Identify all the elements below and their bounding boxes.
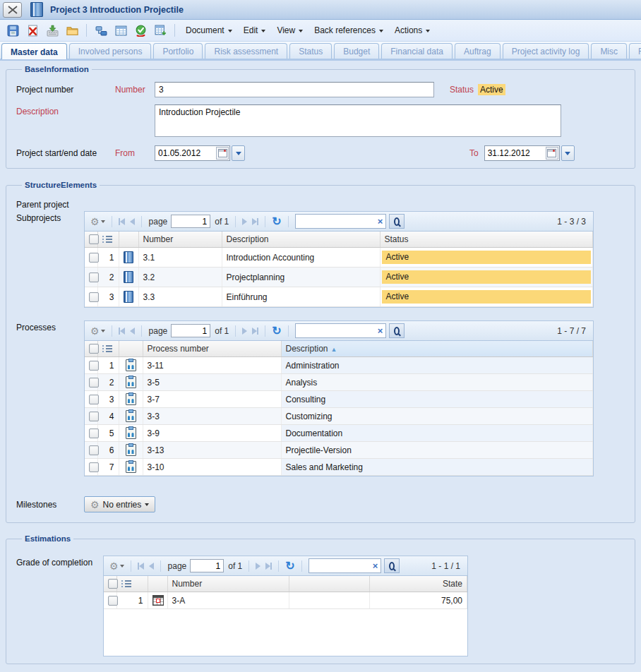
search-button[interactable]	[389, 323, 405, 338]
tab-status[interactable]: Status	[289, 43, 332, 59]
menu-view[interactable]: View	[272, 23, 308, 37]
column-header-description[interactable]: Description	[222, 232, 380, 248]
clear-search-button[interactable]: ×	[375, 216, 386, 227]
process-icon[interactable]	[126, 461, 136, 473]
next-page-button[interactable]	[241, 217, 248, 226]
last-page-button[interactable]	[264, 562, 273, 570]
row-checkbox[interactable]	[89, 378, 99, 388]
column-header-process-number[interactable]: Process number	[143, 341, 281, 357]
grid-search-input[interactable]	[296, 217, 375, 227]
page-input[interactable]	[171, 215, 210, 228]
first-page-button[interactable]	[136, 562, 145, 570]
subproject-icon[interactable]	[124, 271, 133, 283]
column-header-number[interactable]: Number	[167, 576, 289, 592]
column-header-status[interactable]: Status	[380, 232, 593, 248]
close-button[interactable]	[3, 2, 22, 18]
from-calendar-button[interactable]	[216, 147, 229, 160]
milestones-no-entries-button[interactable]: ⚙ No entries	[84, 496, 155, 512]
to-calendar-button[interactable]	[546, 147, 558, 160]
tab-involved-persons[interactable]: Involved persons	[69, 43, 152, 59]
row-checkbox[interactable]	[108, 596, 118, 606]
estimation-icon[interactable]	[152, 595, 164, 606]
refresh-button[interactable]: ↻	[270, 325, 282, 337]
select-all-header[interactable]	[85, 341, 97, 357]
page-input[interactable]	[171, 324, 210, 337]
row-checkbox[interactable]	[89, 272, 99, 282]
menu-back-references[interactable]: Back references	[309, 23, 388, 37]
open-folder-icon[interactable]	[64, 22, 80, 39]
next-page-button[interactable]	[254, 562, 262, 570]
tab-financial-data[interactable]: Financial data	[381, 43, 453, 59]
row-checkbox[interactable]	[89, 428, 99, 438]
select-all-header[interactable]	[85, 232, 97, 248]
row-checkbox[interactable]	[89, 292, 99, 302]
first-page-button[interactable]	[117, 217, 126, 226]
tab-project-activity-log[interactable]: Project activity log	[503, 43, 589, 59]
select-all-checkbox[interactable]	[108, 579, 118, 589]
page-input[interactable]	[190, 559, 224, 572]
hierarchy-icon[interactable]	[92, 22, 109, 39]
last-page-button[interactable]	[251, 217, 260, 226]
tab-budget[interactable]: Budget	[334, 43, 379, 59]
column-header-description-sorted[interactable]: Description▲	[281, 341, 593, 357]
subproject-icon[interactable]	[124, 251, 133, 263]
tab-auftrag[interactable]: Auftrag	[455, 43, 501, 59]
from-date-dropdown[interactable]	[232, 145, 245, 161]
prev-page-button[interactable]	[128, 217, 136, 226]
search-button[interactable]	[389, 214, 405, 229]
menu-actions[interactable]: Actions	[390, 23, 435, 37]
column-header-empty[interactable]	[289, 576, 369, 592]
process-icon[interactable]	[126, 444, 136, 456]
approve-icon[interactable]	[132, 22, 149, 39]
description-input[interactable]: Introduction Projectile	[155, 104, 561, 137]
menu-edit[interactable]: Edit	[239, 23, 271, 37]
select-all-header[interactable]	[104, 576, 116, 592]
last-page-button[interactable]	[251, 327, 260, 335]
to-date-dropdown[interactable]	[561, 145, 575, 161]
table-icon[interactable]	[112, 22, 129, 39]
row-checkbox[interactable]	[89, 462, 99, 472]
to-date-input[interactable]	[485, 148, 546, 158]
refresh-button[interactable]: ↻	[270, 215, 282, 228]
row-checkbox[interactable]	[89, 253, 99, 263]
tab-misc[interactable]: Misc	[591, 43, 627, 59]
from-date-input[interactable]	[155, 148, 216, 158]
clear-search-button[interactable]: ×	[375, 325, 386, 336]
tab-master-data[interactable]: Master data	[1, 43, 67, 59]
first-page-button[interactable]	[117, 327, 126, 335]
tab-risk-assessment[interactable]: Risk assessment	[205, 43, 287, 59]
process-icon[interactable]	[126, 393, 136, 405]
table-export-icon[interactable]	[152, 22, 169, 39]
search-button[interactable]	[384, 558, 400, 573]
delete-icon[interactable]	[24, 22, 41, 39]
process-icon[interactable]	[126, 410, 136, 422]
import-icon[interactable]	[44, 22, 61, 39]
select-all-checkbox[interactable]	[89, 344, 99, 354]
refresh-button[interactable]: ↻	[284, 560, 296, 572]
row-checkbox[interactable]	[89, 445, 99, 455]
grid-settings-button[interactable]: ⚙	[89, 216, 107, 227]
process-icon[interactable]	[126, 427, 136, 439]
grid-settings-button[interactable]: ⚙	[108, 560, 126, 572]
prev-page-button[interactable]	[148, 562, 155, 570]
grid-search-input[interactable]	[296, 326, 375, 336]
menu-document[interactable]: Document	[181, 23, 237, 37]
process-icon[interactable]	[126, 376, 136, 388]
row-checkbox[interactable]	[89, 412, 99, 421]
column-header-state[interactable]: State	[369, 576, 467, 592]
prev-page-button[interactable]	[128, 327, 136, 335]
process-icon[interactable]	[126, 359, 136, 371]
subproject-icon[interactable]	[124, 291, 133, 303]
tab-r-ckverweise[interactable]: Rückverweise	[629, 43, 641, 59]
column-header-number[interactable]: Number	[138, 232, 222, 248]
clear-search-button[interactable]: ×	[370, 560, 381, 571]
grid-settings-button[interactable]: ⚙	[89, 325, 107, 337]
save-icon[interactable]	[4, 22, 21, 39]
row-checkbox[interactable]	[89, 395, 99, 404]
number-input[interactable]	[155, 82, 434, 97]
grid-search-input[interactable]	[309, 561, 370, 571]
select-all-checkbox[interactable]	[89, 234, 99, 244]
row-checkbox[interactable]	[89, 361, 99, 371]
tab-portfolio[interactable]: Portfolio	[153, 43, 203, 59]
next-page-button[interactable]	[241, 327, 248, 335]
